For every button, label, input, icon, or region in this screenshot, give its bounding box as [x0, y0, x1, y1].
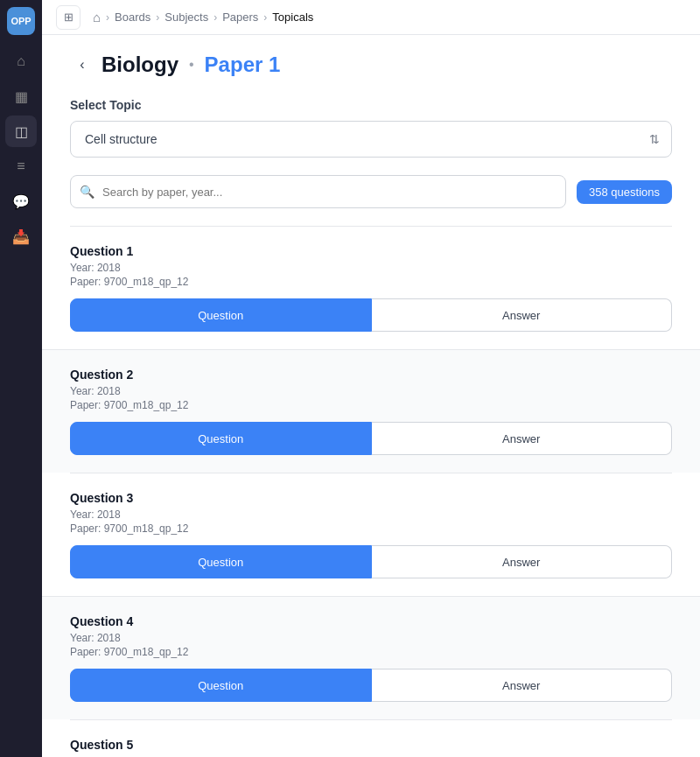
- back-button[interactable]: ‹: [70, 53, 94, 77]
- question-card-5: Question 5 Year: 2018 Paper: 9700_m18_qp…: [70, 719, 672, 757]
- breadcrumb-boards[interactable]: Boards: [115, 11, 150, 24]
- question-card-2: Question 2 Year: 2018 Paper: 9700_m18_qp…: [42, 349, 700, 473]
- question-title-1: Question 1: [70, 244, 672, 258]
- app-logo: OPP: [7, 7, 35, 35]
- sidebar-toggle-button[interactable]: ⊞: [56, 5, 80, 30]
- questions-list: Question 1 Year: 2018 Paper: 9700_m18_qp…: [70, 226, 672, 757]
- answer-button-4[interactable]: Answer: [372, 669, 673, 702]
- page-title-biology: Biology: [102, 53, 178, 77]
- question-card-4: Question 4 Year: 2018 Paper: 9700_m18_qp…: [42, 596, 700, 719]
- sidebar: OPP ⌂ ▦ ◫ ≡ 💬 📥: [0, 0, 42, 757]
- question-buttons-3: Question Answer: [70, 545, 672, 578]
- question-paper-1: Paper: 9700_m18_qp_12: [70, 276, 672, 288]
- breadcrumb-subjects[interactable]: Subjects: [164, 11, 208, 24]
- question-paper-2: Paper: 9700_m18_qp_12: [70, 399, 672, 411]
- questions-count-badge: 358 questions: [577, 180, 672, 204]
- breadcrumb-sep-1: ›: [106, 11, 109, 24]
- topic-select-wrapper: Cell structure ⇅: [70, 121, 672, 158]
- question-title-4: Question 4: [70, 614, 672, 628]
- question-card-1: Question 1 Year: 2018 Paper: 9700_m18_qp…: [70, 226, 672, 349]
- question-button-4[interactable]: Question: [70, 669, 372, 702]
- main-area: ⊞ ⌂ › Boards › Subjects › Papers › Topic…: [42, 0, 700, 757]
- search-row: 🔍 358 questions: [70, 175, 672, 208]
- question-paper-4: Paper: 9700_m18_qp_12: [70, 646, 672, 658]
- question-title-3: Question 3: [70, 491, 672, 505]
- page-title-paper: Paper 1: [205, 53, 281, 77]
- question-buttons-2: Question Answer: [70, 422, 672, 455]
- breadcrumb-sep-2: ›: [156, 11, 159, 24]
- question-button-1[interactable]: Question: [70, 298, 372, 332]
- answer-button-2[interactable]: Answer: [372, 422, 673, 455]
- sidebar-icon-home[interactable]: ⌂: [5, 46, 37, 77]
- sidebar-icon-layers[interactable]: ◫: [5, 116, 37, 147]
- question-year-3: Year: 2018: [70, 508, 672, 521]
- sidebar-icon-list[interactable]: ≡: [5, 151, 37, 182]
- question-buttons-4: Question Answer: [70, 669, 672, 702]
- sidebar-icon-chat[interactable]: 💬: [5, 186, 37, 217]
- question-title-2: Question 2: [70, 368, 672, 382]
- content-area: ‹ Biology • Paper 1 Select Topic Cell st…: [42, 35, 700, 757]
- question-paper-3: Paper: 9700_m18_qp_12: [70, 522, 672, 535]
- question-year-2: Year: 2018: [70, 385, 672, 397]
- question-year-4: Year: 2018: [70, 632, 672, 644]
- breadcrumb-topicals: Topicals: [272, 11, 313, 24]
- search-input[interactable]: [70, 175, 566, 208]
- question-button-3[interactable]: Question: [70, 545, 372, 578]
- question-title-5: Question 5: [70, 738, 672, 752]
- page-header: ‹ Biology • Paper 1: [70, 53, 672, 77]
- page-title-dot: •: [189, 57, 194, 73]
- question-year-1: Year: 2018: [70, 262, 672, 274]
- breadcrumb-papers[interactable]: Papers: [222, 11, 258, 24]
- answer-button-1[interactable]: Answer: [372, 298, 673, 332]
- search-input-wrapper: 🔍: [70, 175, 566, 208]
- sidebar-icon-inbox[interactable]: 📥: [5, 221, 37, 252]
- breadcrumb-sep-3: ›: [214, 11, 217, 24]
- topic-select[interactable]: Cell structure: [70, 121, 672, 158]
- question-buttons-1: Question Answer: [70, 298, 672, 332]
- question-button-2[interactable]: Question: [70, 422, 372, 455]
- answer-button-3[interactable]: Answer: [372, 545, 673, 578]
- breadcrumb-sep-4: ›: [263, 11, 267, 24]
- question-card-3: Question 3 Year: 2018 Paper: 9700_m18_qp…: [70, 473, 672, 596]
- sidebar-icon-grid[interactable]: ▦: [5, 81, 37, 112]
- topnav: ⊞ ⌂ › Boards › Subjects › Papers › Topic…: [42, 0, 700, 35]
- nav-home-icon[interactable]: ⌂: [93, 10, 101, 25]
- select-topic-label: Select Topic: [70, 98, 672, 112]
